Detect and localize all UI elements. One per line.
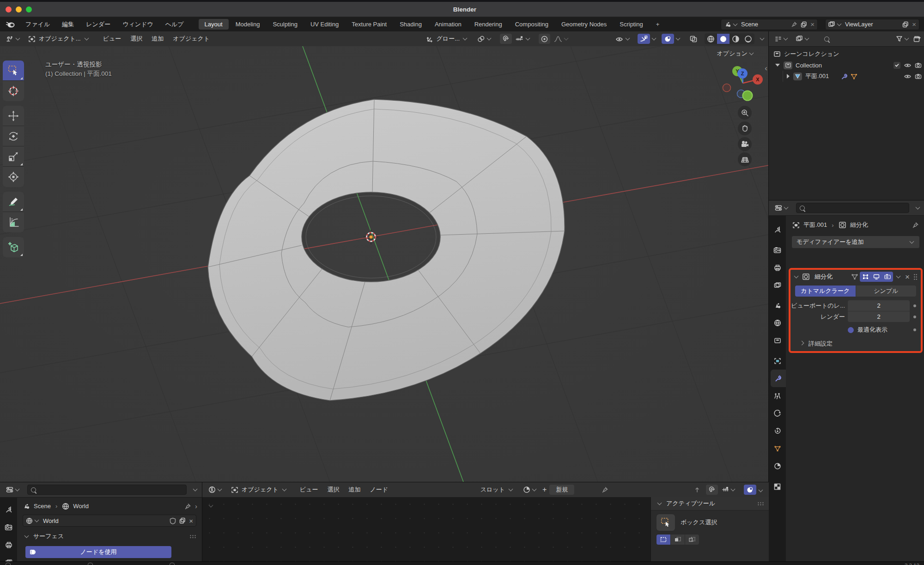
scene-properties-tab[interactable]: [769, 297, 786, 314]
use-nodes-button[interactable]: ノードを使用: [25, 546, 171, 558]
viewport-menu-view[interactable]: ビュー: [98, 35, 126, 43]
node-snap-target-selector[interactable]: [719, 485, 738, 495]
add-modifier-button[interactable]: モディファイアーを追加: [791, 236, 920, 249]
chevron-down-icon[interactable]: [759, 487, 763, 492]
breadcrumb-world-name[interactable]: World: [73, 503, 89, 510]
expand-collapse-icon[interactable]: [775, 64, 780, 67]
world-properties-search-field[interactable]: [27, 485, 187, 495]
menu-file[interactable]: ファイル: [19, 20, 56, 29]
catmull-clark-tab[interactable]: カトマルクラーク: [795, 286, 856, 297]
tool-properties-tab[interactable]: [769, 221, 786, 238]
mode-selector[interactable]: オブジェクト...: [26, 34, 92, 44]
render-properties-tab[interactable]: [0, 518, 17, 536]
hide-in-viewport-eye-icon[interactable]: [904, 62, 912, 68]
gizmo-axis-neg-x[interactable]: [723, 84, 731, 92]
material-properties-tab[interactable]: [769, 457, 786, 475]
transform-orientation-selector[interactable]: グロー...: [424, 34, 470, 44]
outliner-row-object[interactable]: 平面.001: [769, 71, 924, 82]
expand-modifier-icon[interactable]: [794, 274, 799, 279]
active-tool-button[interactable]: [657, 514, 675, 531]
modifier-extras-icon[interactable]: [896, 274, 901, 279]
pan-view-button[interactable]: [738, 122, 752, 135]
move-tool[interactable]: [3, 106, 24, 126]
simple-tab[interactable]: シンプル: [856, 286, 917, 297]
scene-selector[interactable]: Scene ×: [721, 19, 818, 30]
shader-editor-type-selector[interactable]: [206, 485, 225, 495]
view-layer-selector[interactable]: ViewLayer ×: [825, 19, 919, 30]
disable-in-renders-camera-icon[interactable]: [915, 73, 922, 79]
menu-render[interactable]: レンダー: [80, 20, 116, 29]
world-datablock-selector[interactable]: World ×: [23, 515, 196, 527]
physics-properties-tab[interactable]: [769, 405, 786, 422]
outliner-display-mode-selector[interactable]: [794, 34, 812, 44]
output-properties-tab[interactable]: [769, 259, 786, 276]
delete-modifier-icon[interactable]: ×: [905, 273, 910, 281]
add-workspace-button[interactable]: +: [650, 19, 666, 30]
pin-icon[interactable]: [791, 21, 797, 27]
snap-toggle[interactable]: [500, 34, 512, 44]
properties-search-field[interactable]: [796, 203, 909, 213]
shading-material-button[interactable]: [729, 34, 742, 44]
workspace-tab-sculpting[interactable]: Sculpting: [267, 19, 303, 30]
shading-wireframe-button[interactable]: [705, 34, 717, 44]
view-layer-properties-tab[interactable]: [769, 276, 786, 294]
outliner-row-scene-collection[interactable]: シーンコレクション: [769, 49, 924, 60]
tool-properties-tab[interactable]: [0, 501, 17, 518]
breadcrumb-object-name[interactable]: 平面.001: [803, 221, 827, 229]
properties-editor-type-selector[interactable]: [4, 485, 23, 495]
constraint-properties-tab[interactable]: [769, 422, 786, 440]
workspace-tab-shading[interactable]: Shading: [394, 19, 428, 30]
filter-icon[interactable]: [896, 36, 903, 42]
edit-mode-display-toggle-icon[interactable]: [851, 273, 858, 280]
menu-help[interactable]: ヘルプ: [159, 20, 190, 29]
copy-icon[interactable]: [179, 517, 186, 524]
object-properties-tab[interactable]: [769, 352, 786, 370]
optimal-display-checkbox[interactable]: [848, 327, 854, 333]
shader-menu-add[interactable]: 追加: [344, 486, 365, 494]
new-material-plus-icon[interactable]: +: [542, 486, 547, 494]
toggle-ortho-button[interactable]: [738, 152, 752, 166]
select-mode-extend-button[interactable]: [671, 535, 685, 545]
navigation-gizmo[interactable]: Y Z X: [714, 58, 766, 104]
scale-tool[interactable]: [3, 146, 24, 167]
select-mode-set-button[interactable]: [657, 535, 670, 545]
toolbar-expand-arrow[interactable]: [209, 503, 213, 508]
pin-icon[interactable]: [602, 486, 608, 493]
shading-rendered-button[interactable]: [742, 34, 754, 44]
proportional-editing-toggle[interactable]: [539, 34, 550, 44]
render-properties-tab[interactable]: [769, 241, 786, 259]
workspace-tab-scripting[interactable]: Scripting: [614, 19, 649, 30]
hide-in-viewport-eye-icon[interactable]: [904, 73, 912, 79]
add-cube-tool[interactable]: [3, 237, 24, 257]
workspace-tab-animation[interactable]: Animation: [429, 19, 468, 30]
on-cage-toggle[interactable]: [860, 272, 871, 282]
region-expand-arrow[interactable]: ›: [195, 502, 197, 510]
measure-tool[interactable]: [3, 212, 24, 232]
animate-property-dot[interactable]: [913, 328, 916, 331]
pin-icon[interactable]: [185, 503, 191, 510]
material-datablock-selector[interactable]: [521, 485, 540, 495]
blender-logo-icon[interactable]: [6, 21, 16, 28]
show-object-types-selector[interactable]: [613, 34, 633, 44]
outliner-search-icon[interactable]: [824, 36, 829, 42]
object-data-properties-tab[interactable]: [769, 440, 786, 457]
menu-window[interactable]: ウィンドウ: [116, 20, 159, 29]
viewport-menu-add[interactable]: 追加: [147, 35, 168, 43]
camera-view-button[interactable]: [738, 137, 752, 151]
modifier-wrench-icon[interactable]: [841, 73, 848, 79]
disable-in-renders-camera-icon[interactable]: [915, 62, 922, 68]
breadcrumb-scene-name[interactable]: Scene: [34, 503, 51, 510]
node-snap-toggle[interactable]: [706, 485, 718, 495]
modifier-properties-tab[interactable]: [771, 370, 786, 387]
go-to-parent-node-tree-icon[interactable]: [694, 486, 700, 493]
chevron-down-icon[interactable]: [760, 36, 765, 41]
box-select-tool[interactable]: [3, 61, 24, 81]
slot-selector[interactable]: スロット: [478, 485, 516, 495]
modifier-name-field[interactable]: 細分化: [815, 273, 833, 281]
workspace-tab-texture-paint[interactable]: Texture Paint: [346, 19, 393, 30]
menu-edit[interactable]: 編集: [56, 20, 80, 29]
drag-handle-icon[interactable]: [913, 273, 918, 280]
select-mode-subtract-button[interactable]: [685, 535, 699, 545]
transform-tool[interactable]: [3, 167, 24, 187]
proportional-falloff-selector[interactable]: [552, 34, 571, 44]
